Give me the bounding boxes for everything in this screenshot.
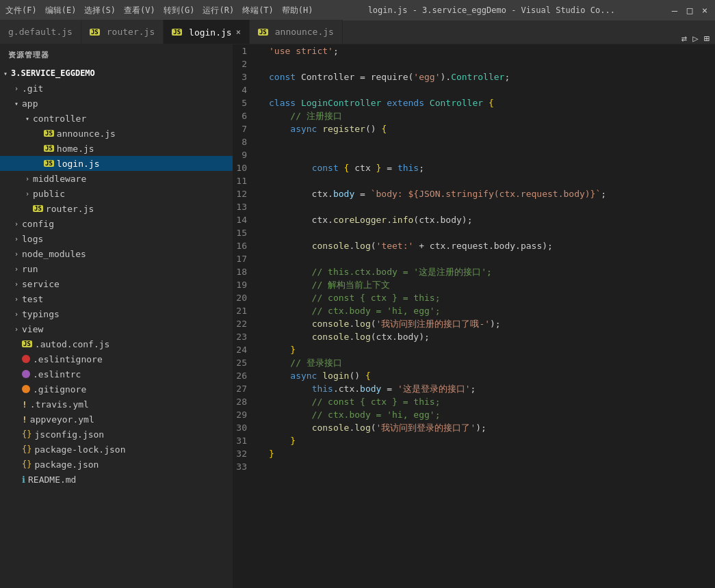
tab-actions[interactable]: ⇄▷⊞ — [676, 33, 715, 44]
editor-tab[interactable]: JSrouter.js — [81, 20, 164, 44]
layout-icon[interactable]: ⊞ — [704, 33, 710, 44]
tree-item[interactable]: JS.autod.conf.js — [0, 336, 233, 351]
tree-item[interactable]: {}package.json — [0, 457, 233, 472]
editor-tab[interactable]: JSannounce.js — [250, 20, 343, 44]
window-controls[interactable]: — □ × — [670, 5, 710, 15]
tree-item[interactable]: ▾3.SERVICE_EGGDEMO — [0, 66, 233, 81]
tree-item[interactable]: ▾controller — [0, 111, 233, 126]
code-line: ctx.coreLogger.info(ctx.body); — [269, 213, 715, 226]
menu-item[interactable]: 转到(G) — [164, 5, 195, 16]
code-token: ( — [408, 70, 414, 83]
code-token: class — [269, 96, 296, 109]
maximize-button[interactable]: □ — [685, 5, 694, 15]
code-token — [269, 434, 290, 447]
code-token — [365, 70, 371, 83]
code-token: 'egg' — [413, 70, 440, 83]
menu-item[interactable]: 编辑(E) — [45, 5, 77, 16]
tab-close-button[interactable]: × — [236, 27, 241, 37]
code-area[interactable]: 'use strict'; const Controller = require… — [263, 44, 715, 588]
line-number: 22 — [233, 317, 255, 330]
code-line: } — [269, 447, 715, 460]
code-line — [269, 135, 715, 148]
code-token — [296, 96, 301, 109]
menu-bar[interactable]: 文件(F)编辑(E)选择(S)查看(V)转到(G)运行(R)终端(T)帮助(H) — [5, 5, 313, 16]
editor-tab[interactable]: JSlogin.js× — [164, 20, 250, 44]
line-number: 7 — [233, 122, 255, 135]
tree-item[interactable]: ›public — [0, 186, 233, 201]
menu-item[interactable]: 帮助(H) — [282, 5, 313, 16]
menu-item[interactable]: 终端(T) — [242, 5, 274, 16]
tree-item[interactable]: ℹREADME.md — [0, 472, 233, 487]
code-token: () — [349, 369, 360, 382]
code-token: '这是登录的接口' — [398, 382, 471, 395]
menu-item[interactable]: 选择(S) — [84, 5, 116, 16]
menu-item[interactable]: 文件(F) — [5, 5, 37, 16]
tree-item[interactable]: JSlogin.js — [0, 156, 233, 171]
tree-arrow-icon: ▾ — [22, 115, 33, 122]
code-token: register — [322, 122, 365, 135]
tree-item[interactable]: !appveyor.yml — [0, 412, 233, 427]
code-token: log — [354, 317, 370, 330]
line-number: 33 — [233, 460, 255, 473]
code-token: . — [445, 239, 451, 252]
code-token: coreLogger — [333, 213, 387, 226]
tree-arrow-icon: › — [11, 265, 22, 273]
code-token — [392, 161, 398, 174]
code-line: // 注册接口 — [269, 109, 715, 122]
code-token: body — [360, 382, 381, 395]
code-token — [354, 187, 360, 200]
code-token: // ctx.body = 'hi, egg'; — [269, 304, 440, 317]
code-token — [381, 382, 387, 395]
tree-item-label: test — [22, 294, 43, 304]
split-editor-icon[interactable]: ⇄ — [681, 33, 687, 44]
tree-item[interactable]: JSrouter.js — [0, 201, 233, 216]
line-number: 29 — [233, 408, 255, 421]
tree-item[interactable]: ›config — [0, 216, 233, 231]
tree-item[interactable]: ›typings — [0, 306, 233, 321]
code-token: (ctx.body) — [413, 213, 467, 226]
circle-red-icon — [22, 355, 30, 363]
tree-item-label: .eslintignore — [33, 354, 103, 364]
line-number: 18 — [233, 265, 255, 278]
tree-item[interactable]: ›logs — [0, 231, 233, 246]
exclaim-icon: ! — [22, 399, 27, 410]
tree-item[interactable]: ›.git — [0, 81, 233, 96]
tree-item[interactable]: JSannounce.js — [0, 126, 233, 141]
line-number: 26 — [233, 369, 255, 382]
run-icon[interactable]: ▷ — [692, 33, 698, 44]
tree-item[interactable]: JShome.js — [0, 141, 233, 156]
tree-item[interactable]: !.travis.yml — [0, 397, 233, 412]
menu-item[interactable]: 查看(V) — [124, 5, 155, 16]
line-number: 30 — [233, 421, 255, 434]
code-token: console — [312, 317, 350, 330]
code-token: . — [349, 239, 354, 252]
tree-item[interactable]: ›run — [0, 261, 233, 276]
tree-item[interactable]: ›node_modules — [0, 246, 233, 261]
editor-tab[interactable]: g.default.js — [0, 20, 81, 44]
tree-item[interactable]: ›view — [0, 321, 233, 336]
tree-item[interactable]: ›test — [0, 291, 233, 306]
code-line — [269, 252, 715, 265]
code-token: . — [387, 213, 392, 226]
editor-area: 1234567891011121314151617181920212223242… — [233, 44, 715, 588]
file-tree[interactable]: ▾3.SERVICE_EGGDEMO›.git▾app▾controllerJS… — [0, 66, 233, 588]
tree-item-label: middleware — [33, 174, 86, 184]
tree-item[interactable]: ▾app — [0, 96, 233, 111]
tree-item[interactable]: {}jsconfig.json — [0, 427, 233, 442]
tree-item[interactable]: ›middleware — [0, 171, 233, 186]
code-token: . — [354, 382, 360, 395]
menu-item[interactable]: 运行(R) — [203, 5, 234, 16]
tree-item-label: package-lock.json — [34, 444, 125, 455]
close-button[interactable]: × — [700, 5, 710, 15]
minimize-button[interactable]: — — [670, 5, 679, 15]
tree-item-label: home.js — [57, 144, 94, 154]
code-token: . — [333, 382, 339, 395]
code-token: body — [494, 239, 515, 252]
code-token: body — [333, 187, 354, 200]
tree-item[interactable]: .eslintignore — [0, 351, 233, 366]
tree-item[interactable]: .eslintrc — [0, 366, 233, 382]
line-number: 6 — [233, 109, 255, 122]
tree-item[interactable]: {}package-lock.json — [0, 442, 233, 457]
tree-item[interactable]: .gitignore — [0, 382, 233, 397]
tree-item[interactable]: ›service — [0, 276, 233, 291]
